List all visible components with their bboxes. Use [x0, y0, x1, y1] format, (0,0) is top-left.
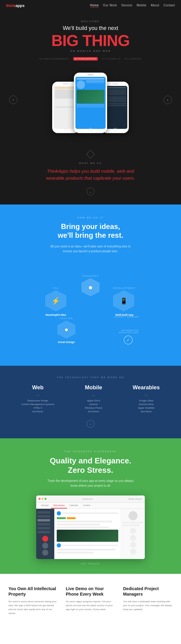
tech-web-item-1: Responsive Design	[21, 399, 54, 402]
nav-our-work[interactable]: Our Work	[103, 4, 117, 8]
navbar: thinkapps Home Our Work Service Mobile A…	[0, 0, 181, 11]
hex-development: DEVELOPMENT 📱 Well-built App	[113, 287, 136, 316]
phone-home-btn	[64, 128, 68, 132]
how-desc: All you need is an idea—we'll take care …	[48, 244, 133, 254]
client-3: 03 CITIZEN VC	[102, 58, 121, 60]
hex-testing: TESTING ● Great Design	[57, 317, 75, 344]
dash-user: Miriam Bowers	[129, 498, 142, 500]
dash-titlebar: Dashboard Miriam Bowers	[36, 495, 145, 503]
hero-clients: 01 HEALTHCAREMAGIC 02 PICPLAYPOST 03 CIT…	[6, 57, 175, 60]
phone-center	[74, 73, 107, 133]
key-points-section: You Own All Intellectual Property No nee…	[0, 574, 181, 628]
tech-col-mobile: Mobile ··· Apple iOS 8 Android Windows P…	[85, 384, 102, 414]
carousel-prev[interactable]: ‹	[9, 96, 17, 104]
quality-label: THE THINKAPPS DIFFERENCE	[6, 450, 175, 453]
key-managers-desc: You will have a dedicated team working w…	[123, 600, 173, 611]
key-ip-title: You Own All Intellectual Property	[8, 586, 58, 597]
tech-wearables-dots: ···	[133, 393, 160, 397]
nav-about[interactable]: About	[151, 4, 159, 8]
phone-screen-center	[75, 77, 106, 129]
quality-desc: Track the development of your app at eve…	[45, 479, 136, 488]
carousel-next[interactable]: ›	[164, 96, 172, 104]
tech-mobile-item-1: Apple iOS 8	[85, 399, 102, 402]
tech-wearables-item-3: Apple Healthkit	[133, 407, 160, 409]
hero-sub-text: We'll build you the next	[6, 25, 175, 31]
hero-welcome-label: WELCOME	[6, 20, 175, 23]
key-col-demo: Live Demo on Your Phone Every Week No mo…	[63, 583, 118, 619]
key-points-label: KEY POINTS	[6, 563, 175, 565]
tech-web-item-3: HTML 5	[21, 407, 54, 409]
dashboard-mockup: Dashboard Miriam Bowers General Discussi…	[36, 495, 145, 559]
how-label: HOW WE DO IT	[6, 217, 175, 219]
dash-sidebar	[36, 509, 54, 559]
tech-web-title: Web	[21, 384, 54, 391]
nav-links: Home Our Work Service Mobile About Conta…	[90, 4, 175, 8]
phone-home-btn-center	[89, 128, 92, 132]
tech-mobile-title: Mobile	[85, 384, 102, 391]
client-2: 02 PICPLAYPOST	[73, 57, 98, 60]
hero-big-text: BIG THING	[6, 33, 175, 48]
tech-wearables-title: Wearables	[133, 384, 160, 391]
dash-close-dot	[39, 498, 40, 500]
nav-home[interactable]: Home	[90, 4, 99, 8]
dash-main-content	[54, 509, 121, 559]
how-title: Bring your ideas, we'll bring the rest.	[6, 222, 175, 240]
tech-chevron-down[interactable]: ⌄	[87, 420, 94, 428]
dash-tab-discussions[interactable]: Discussions	[51, 503, 67, 508]
dash-sidebar-additional	[37, 531, 50, 533]
info-arch-label: INFORMATIONARCHITECTURE	[119, 329, 139, 334]
chevron-down-icon[interactable]: ⌄	[87, 188, 94, 195]
dash-right-panel	[121, 509, 145, 559]
nav-logo: thinkapps	[6, 3, 24, 8]
tech-label: THE TECHNOLOGY THAT WE WORK ON	[6, 376, 175, 378]
what-we-do-text: ThinkApps helps you build mobile, web an…	[45, 168, 136, 181]
how-section: HOW WE DO IT Bring your ideas, we'll bri…	[0, 204, 181, 366]
hero-on-text: ON MOBILE AND WEB	[6, 50, 175, 52]
tech-col-web: Web ··· Responsive Design Content Manage…	[21, 384, 54, 414]
key-col-ip: You Own All Intellectual Property No nee…	[6, 583, 60, 619]
dash-tab-general[interactable]: General	[39, 503, 51, 508]
dash-url-bar: Dashboard	[48, 498, 127, 500]
key-ip-desc: No need to worry about someone taking yo…	[8, 600, 58, 615]
tech-wearables-item-1: Google Glass	[133, 399, 160, 402]
key-col-managers: Dedicated Project Managers You will have…	[121, 583, 175, 619]
check-circle-icon: ✓	[124, 335, 133, 345]
nav-contact[interactable]: Contact	[164, 4, 175, 8]
tech-grid: Web ··· Responsive Design Content Manage…	[6, 384, 175, 414]
nav-mobile[interactable]: Mobile	[137, 4, 146, 8]
quality-title: Quality and Elegance. Zero Stress.	[6, 456, 175, 475]
dash-sidebar-development	[37, 527, 50, 529]
launch-label: LAUNCH / RELEASE	[114, 316, 139, 318]
dash-tab-calendar[interactable]: Calendar	[67, 503, 80, 508]
dash-content	[36, 509, 145, 559]
hex-you: YOU ⚡ Meaningful Idea	[45, 287, 66, 316]
client-1: 01 HEALTHCAREMAGIC	[40, 58, 69, 60]
dash-maximize-dot	[45, 498, 46, 500]
tech-wearables-item-2: Android Wear	[133, 403, 160, 406]
tech-mobile-item-3: Windows Phone	[85, 407, 102, 409]
what-we-do-section: WHAT WE DO ThinkApps helps you build mob…	[0, 142, 181, 204]
logo-think: think	[6, 3, 15, 8]
what-we-do-label: WHAT WE DO	[6, 162, 175, 164]
tech-mobile-item-4: And More!	[85, 410, 102, 413]
tech-col-wearables: Wearables ··· Google Glass Android Wear …	[133, 384, 160, 414]
key-grid: You Own All Intellectual Property No nee…	[6, 583, 175, 619]
dash-sidebar-finances	[37, 515, 50, 518]
hex-thinkapps: THINKAPPS ●	[81, 275, 100, 296]
dash-minimize-dot	[42, 498, 43, 500]
tech-web-dots: ···	[21, 393, 54, 397]
key-managers-title: Dedicated Project Managers	[123, 586, 173, 597]
phone-speaker	[63, 83, 69, 84]
phone-speaker-right	[112, 83, 118, 84]
tech-web-item-4: And More!	[21, 410, 54, 413]
quality-section: THE THINKAPPS DIFFERENCE Quality and Ele…	[0, 438, 181, 574]
client-4: 04 COINSIDE	[125, 58, 141, 60]
dash-tab-content[interactable]: Content	[81, 503, 93, 508]
phone-home-btn-right	[113, 128, 117, 132]
dash-sidebar-general	[37, 511, 50, 514]
dash-tabs: General Discussions Calendar Content	[36, 503, 145, 509]
nav-service[interactable]: Service	[121, 4, 132, 8]
dash-sidebar-design	[37, 523, 50, 525]
diamond-icon	[86, 150, 95, 159]
tech-mobile-item-2: Android	[85, 403, 102, 406]
